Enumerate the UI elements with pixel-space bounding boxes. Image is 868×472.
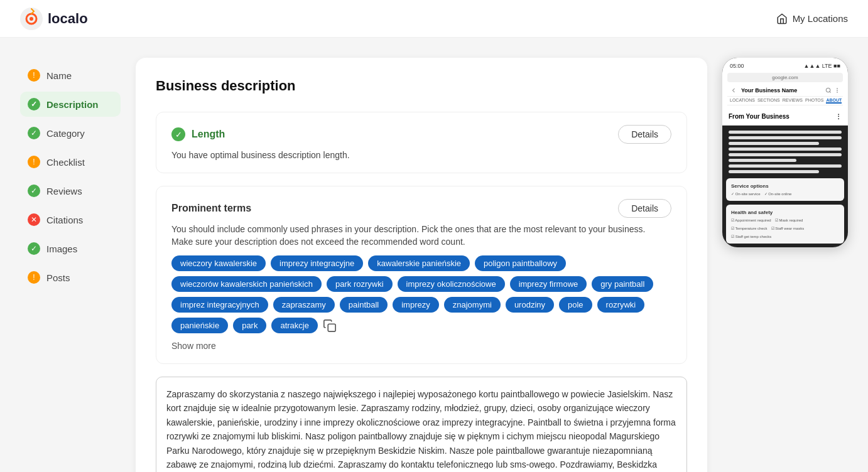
phone-check-staff: ☑ Staff wear masks — [771, 226, 805, 230]
phone-check-appt: ☑ Appointment required — [731, 218, 771, 222]
length-section: ✓ Length Details You have optimal busine… — [156, 112, 687, 173]
svg-line-5 — [830, 92, 831, 93]
svg-rect-3 — [328, 324, 335, 331]
tag-wieczory-kawalerskich[interactable]: wieczorów kawalerskich panieńskich — [171, 276, 322, 292]
phone-check-mask: ☑ Mask required — [775, 218, 803, 222]
phone-tab-photos: PHOTOS — [805, 98, 823, 104]
tag-znajomymi[interactable]: znajomymi — [444, 297, 501, 313]
phone-check-temp: ☑ Temperature check — [731, 226, 768, 230]
phone-tab-locations: LOCATIONS — [730, 98, 755, 104]
sidebar-item-reviews[interactable]: ✓ Reviews — [20, 178, 121, 203]
sidebar-item-name[interactable]: ! Name — [20, 63, 121, 88]
phone-tabs: LOCATIONS SECTIONS REVIEWS PHOTOS ABOUT — [727, 97, 843, 105]
page-title: Business description — [156, 78, 687, 94]
prominent-desc-2: Make sure your description does not exce… — [171, 237, 671, 247]
tag-kawalerskie-panienskie[interactable]: kawalerskie panieńskie — [368, 255, 470, 271]
phone-tab-sections: SECTIONS — [757, 98, 780, 104]
phone-line — [729, 142, 819, 145]
my-locations-label: My Locations — [793, 13, 848, 24]
description-textarea[interactable]: Zapraszamy do skorzystania z naszego naj… — [166, 387, 676, 469]
phone-line — [729, 148, 842, 151]
phone-from-business-label: From Your Business — [729, 113, 789, 120]
length-details-button[interactable]: Details — [618, 125, 671, 144]
sidebar: ! Name ✓ Description ✓ Category ! Checkl… — [20, 58, 121, 472]
status-dot-citations: ✕ — [28, 213, 40, 226]
tag-pole[interactable]: pole — [559, 297, 592, 313]
phone-line — [729, 153, 842, 156]
phone-url-bar: google.com — [727, 73, 843, 82]
phone-check-online: ✓ On-site online — [764, 191, 792, 196]
sidebar-item-images[interactable]: ✓ Images — [20, 236, 121, 261]
main-layout: ! Name ✓ Description ✓ Category ! Checkl… — [0, 38, 868, 472]
phone-check-staff2: ☑ Staff get temp checks — [731, 234, 771, 239]
tag-poligon-paintballowy[interactable]: poligon paintballowy — [475, 255, 566, 271]
phone-health-title: Health and safety — [731, 210, 839, 215]
top-bar: localo My Locations — [0, 0, 868, 38]
sidebar-item-description[interactable]: ✓ Description — [20, 92, 121, 117]
show-more-button[interactable]: Show more — [171, 341, 671, 351]
prominent-title: Prominent terms — [171, 203, 251, 214]
status-dot-name: ! — [28, 69, 40, 82]
phone-signal: ▲▲▲ LTE ■■ — [804, 63, 840, 69]
length-title-row: ✓ Length — [171, 127, 225, 141]
phone-time: 05:00 — [730, 63, 744, 69]
content-area: Business description ✓ Length Details Yo… — [136, 58, 707, 472]
status-dot-description: ✓ — [28, 98, 40, 110]
phone-more-dots: ⋮ — [835, 113, 842, 120]
sidebar-label-reviews: Reviews — [46, 186, 82, 196]
tag-zapraszamy[interactable]: zapraszamy — [273, 297, 335, 313]
svg-point-8 — [837, 92, 838, 93]
tag-imprezy-firmowe[interactable]: imprezy firmowe — [510, 276, 587, 292]
phone-line — [729, 164, 842, 168]
sidebar-label-images: Images — [46, 244, 77, 254]
svg-point-6 — [837, 88, 838, 89]
tag-urodziny[interactable]: urodziny — [506, 297, 554, 313]
tag-rozrywki[interactable]: rozrywki — [597, 297, 645, 313]
phone-status-bar: 05:00 ▲▲▲ LTE ■■ — [727, 62, 843, 70]
length-check-icon: ✓ — [171, 127, 185, 141]
phone-top: 05:00 ▲▲▲ LTE ■■ google.com Your Busines… — [722, 58, 848, 108]
phone-service-options: Service options ✓ On-site service ✓ On-s… — [726, 178, 844, 201]
phone-line — [729, 170, 819, 173]
prominent-section-header: Prominent terms Details — [171, 199, 671, 218]
tag-imprezy-okolicznosciowe[interactable]: imprezy okolicznościowe — [398, 276, 505, 292]
home-icon — [776, 13, 788, 24]
sidebar-item-posts[interactable]: ! Posts — [20, 265, 121, 290]
status-dot-posts: ! — [28, 271, 40, 284]
copy-icon[interactable] — [323, 318, 337, 333]
logo: localo — [20, 8, 88, 30]
tag-atrakcje[interactable]: atrakcje — [271, 318, 318, 333]
phone-line — [729, 159, 796, 162]
more-icon-phone — [834, 87, 840, 94]
phone-check-onsite: ✓ On-site service — [731, 191, 761, 196]
tag-imprezy-integracyjne[interactable]: imprezy integracyjne — [271, 255, 363, 271]
my-locations-nav[interactable]: My Locations — [776, 13, 848, 24]
tag-wieczory-kawalerskie[interactable]: wieczory kawalerskie — [171, 255, 266, 271]
sidebar-label-description: Description — [46, 99, 99, 110]
sidebar-label-citations: Citations — [46, 215, 83, 225]
length-description: You have optimal business description le… — [171, 150, 671, 160]
prominent-details-button[interactable]: Details — [618, 199, 671, 218]
phone-mockup: 05:00 ▲▲▲ LTE ■■ google.com Your Busines… — [722, 58, 848, 247]
tag-imprez-integracyjnych[interactable]: imprez integracyjnych — [171, 297, 268, 313]
sidebar-label-category: Category — [46, 128, 85, 139]
tag-panienskie[interactable]: panieńskie — [171, 318, 228, 333]
phone-health-safety: Health and safety ☑ Appointment required… — [726, 205, 844, 244]
tag-paintball[interactable]: paintball — [340, 297, 388, 313]
phone-line — [729, 131, 842, 134]
back-arrow-icon — [730, 87, 737, 94]
sidebar-label-checklist: Checklist — [46, 157, 85, 168]
sidebar-item-category[interactable]: ✓ Category — [20, 121, 121, 146]
prominent-section: Prominent terms Details You should inclu… — [156, 186, 687, 364]
tag-imprezy[interactable]: imprezy — [393, 297, 439, 313]
phone-tab-about: ABOUT — [826, 98, 842, 104]
description-textarea-wrapper: Zapraszamy do skorzystania z naszego naj… — [156, 377, 687, 472]
sidebar-item-checklist[interactable]: ! Checklist — [20, 149, 121, 174]
tag-park-rozrywki[interactable]: park rozrywki — [327, 276, 393, 292]
sidebar-item-citations[interactable]: ✕ Citations — [20, 207, 121, 232]
tag-gry-paintball[interactable]: gry paintball — [592, 276, 653, 292]
tag-park[interactable]: park — [233, 318, 266, 333]
sidebar-label-posts: Posts — [46, 272, 70, 283]
phone-service-title: Service options — [731, 183, 839, 189]
svg-point-7 — [837, 90, 838, 91]
